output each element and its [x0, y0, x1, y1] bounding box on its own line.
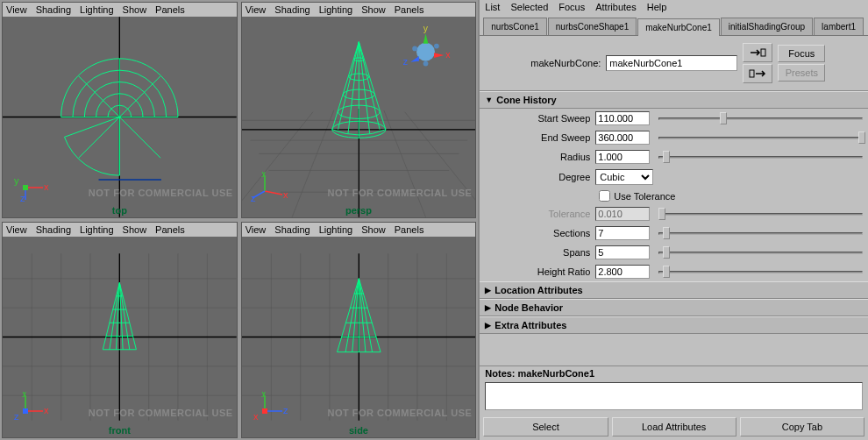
- menu-panels[interactable]: Panels: [155, 4, 185, 15]
- watermark: NOT FOR COMMERCIAL USE: [328, 408, 473, 418]
- attr-radius: Radius: [480, 147, 868, 167]
- select-button[interactable]: Select: [483, 417, 608, 436]
- disclosure-closed-icon: ▶: [485, 286, 491, 295]
- section-extra-attributes[interactable]: ▶ Extra Attributes: [480, 316, 868, 334]
- ae-menu-bar: List Selected Focus Attributes Help: [480, 0, 868, 14]
- svg-line-25: [384, 110, 426, 217]
- start-sweep-slider[interactable]: [658, 112, 863, 124]
- go-in-button[interactable]: [743, 43, 772, 62]
- menu-lighting[interactable]: Lighting: [319, 4, 353, 15]
- start-sweep-field[interactable]: [595, 111, 650, 125]
- svg-line-7: [79, 117, 120, 159]
- menu-view[interactable]: View: [6, 4, 27, 15]
- menu-show[interactable]: Show: [123, 224, 147, 235]
- spans-field[interactable]: [595, 245, 650, 259]
- menu-panels[interactable]: Panels: [155, 224, 185, 235]
- viewport-canvas-side[interactable]: z y x NOT FOR COMMERCIAL USE side: [242, 237, 476, 437]
- axis-gizmo: x z y: [11, 172, 48, 202]
- menu-lighting[interactable]: Lighting: [80, 4, 114, 15]
- viewport-side[interactable]: View Shading Lighting Show Panels: [241, 222, 477, 438]
- node-name-field[interactable]: [606, 55, 737, 71]
- menu-list[interactable]: List: [485, 2, 500, 12]
- notes-textarea[interactable]: [485, 382, 863, 410]
- svg-text:y: y: [22, 392, 27, 397]
- attr-label: Start Sweep: [485, 113, 590, 124]
- svg-point-40: [416, 43, 435, 61]
- svg-marker-45: [410, 56, 419, 62]
- attr-spans: Spans: [480, 243, 868, 262]
- section-location-attributes[interactable]: ▶ Location Attributes: [480, 281, 868, 299]
- section-cone-history[interactable]: ▼ Cone History: [480, 91, 868, 109]
- presets-button[interactable]: Presets: [778, 64, 825, 82]
- menu-lighting[interactable]: Lighting: [80, 224, 114, 235]
- viewport-canvas-top[interactable]: x z y NOT FOR COMMERCIAL USE top: [3, 17, 237, 217]
- svg-rect-111: [761, 49, 765, 56]
- arrow-out-icon: [749, 69, 766, 78]
- tab-makenurbcone1[interactable]: makeNurbCone1: [637, 18, 720, 36]
- menu-shading[interactable]: Shading: [36, 224, 71, 235]
- height-ratio-slider[interactable]: [658, 266, 863, 278]
- viewport-front[interactable]: View Shading Lighting Show Panels: [2, 222, 238, 438]
- node-type-label: makeNurbCone:: [487, 58, 601, 68]
- height-ratio-field[interactable]: [595, 265, 650, 279]
- svg-point-48: [412, 46, 417, 52]
- end-sweep-slider[interactable]: [658, 131, 863, 144]
- copy-tab-button[interactable]: Copy Tab: [740, 417, 864, 436]
- menu-panels[interactable]: Panels: [395, 4, 424, 15]
- menu-shading[interactable]: Shading: [36, 4, 71, 15]
- menu-attributes[interactable]: Attributes: [595, 2, 636, 12]
- end-sweep-field[interactable]: [595, 131, 650, 145]
- menu-show[interactable]: Show: [361, 224, 386, 235]
- menu-focus[interactable]: Focus: [559, 2, 585, 12]
- viewport-canvas-front[interactable]: x y z NOT FOR COMMERCIAL USE front: [3, 237, 237, 437]
- spans-slider[interactable]: [658, 246, 863, 259]
- menu-show[interactable]: Show: [361, 4, 386, 15]
- menu-lighting[interactable]: Lighting: [319, 224, 353, 235]
- menu-show[interactable]: Show: [123, 4, 147, 15]
- viewport-top[interactable]: View Shading Lighting Show Panels: [2, 2, 238, 218]
- viewport-persp[interactable]: View Shading Lighting Show Panels: [241, 2, 477, 218]
- use-tolerance-checkbox[interactable]: [599, 190, 610, 202]
- viewport-menu: View Shading Lighting Show Panels: [242, 3, 476, 17]
- tab-nurbsconeshape1[interactable]: nurbsConeShape1: [548, 18, 637, 35]
- menu-view[interactable]: View: [6, 224, 27, 235]
- load-attributes-button[interactable]: Load Attributes: [612, 417, 736, 436]
- degree-select[interactable]: Cubic: [595, 169, 653, 185]
- svg-line-100: [345, 279, 359, 352]
- radius-field[interactable]: [595, 150, 650, 164]
- section-label: Location Attributes: [494, 285, 582, 295]
- svg-rect-81: [23, 408, 28, 414]
- tab-initialshadinggroup[interactable]: initialShadingGroup: [721, 18, 813, 35]
- menu-help[interactable]: Help: [647, 2, 667, 12]
- go-out-button[interactable]: [743, 64, 772, 83]
- menu-view[interactable]: View: [245, 4, 267, 15]
- menu-shading[interactable]: Shading: [274, 224, 309, 235]
- viewport-menu: View Shading Lighting Show Panels: [3, 223, 237, 237]
- ae-node-header: makeNurbCone: Focus Presets: [480, 36, 868, 90]
- menu-shading[interactable]: Shading: [274, 4, 309, 15]
- viewport-canvas-persp[interactable]: y x z x y z NOT FOR COMMERCIAL USE persp: [242, 17, 476, 217]
- tab-nurbscone1[interactable]: nurbsCone1: [483, 18, 546, 35]
- sections-field[interactable]: [595, 226, 650, 240]
- focus-button[interactable]: Focus: [778, 45, 825, 62]
- viewport-label: persp: [345, 205, 372, 216]
- axis-gizmo: z y x: [251, 392, 288, 422]
- svg-text:y: y: [261, 172, 267, 177]
- axis-gizmo: x y z: [251, 172, 288, 202]
- menu-view[interactable]: View: [245, 224, 267, 235]
- svg-line-24: [292, 110, 334, 217]
- watermark: NOT FOR COMMERCIAL USE: [89, 408, 233, 418]
- svg-text:x: x: [44, 181, 48, 192]
- radius-slider[interactable]: [658, 151, 863, 163]
- menu-panels[interactable]: Panels: [395, 224, 424, 235]
- view-compass-icon: y x z: [402, 24, 451, 67]
- checkbox-label: Use Tolerance: [614, 191, 675, 202]
- tab-lambert1[interactable]: lambert1: [814, 18, 864, 35]
- svg-marker-41: [423, 33, 428, 43]
- section-node-behavior[interactable]: ▶ Node Behavior: [480, 299, 868, 316]
- svg-text:z: z: [14, 411, 19, 422]
- svg-text:z: z: [283, 405, 288, 415]
- menu-selected[interactable]: Selected: [510, 2, 548, 12]
- sections-slider[interactable]: [658, 227, 863, 239]
- svg-line-36: [348, 42, 359, 134]
